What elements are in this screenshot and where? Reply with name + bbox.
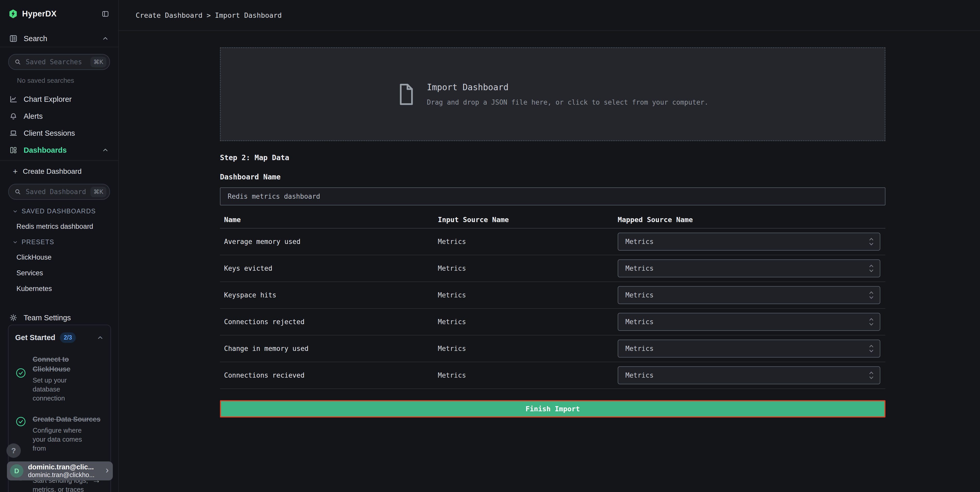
select-value: Metrics: [625, 291, 654, 299]
saved-searches-input[interactable]: [25, 58, 86, 66]
select-chevrons-icon: [869, 263, 874, 273]
saved-searches-input-wrap[interactable]: ⌘K: [8, 54, 110, 70]
select-chevrons-icon: [869, 344, 874, 353]
select-value: Metrics: [625, 318, 654, 326]
kbd-shortcut-badge: ⌘K: [91, 186, 107, 197]
saved-dashboards-group-toggle[interactable]: SAVED DASHBOARDS: [0, 200, 118, 215]
no-saved-searches-text: No saved searches: [0, 70, 118, 91]
bell-icon: [9, 112, 18, 120]
sidebar-item-chart-explorer[interactable]: Chart Explorer: [0, 91, 118, 108]
search-journal-icon: [9, 35, 18, 43]
dropzone-text: Import Dashboard Drag and drop a JSON fi…: [427, 82, 708, 106]
dashboards-subpanel: + Create Dashboard ⌘K SAVED DASHBOARDS R…: [0, 160, 118, 293]
help-button[interactable]: ?: [6, 443, 21, 458]
select-value: Metrics: [625, 238, 654, 245]
get-started-title: Get Started: [15, 333, 55, 342]
input-source-cell: Metrics: [438, 291, 618, 299]
mapped-source-cell: Metrics: [618, 339, 885, 358]
dropzone-subtitle: Drag and drop a JSON file here, or click…: [427, 99, 708, 106]
nav-label: Alerts: [24, 112, 43, 121]
input-source-cell: Metrics: [438, 238, 618, 245]
mapped-source-cell: Metrics: [618, 366, 885, 384]
breadcrumb-separator: >: [207, 11, 211, 19]
user-account-chip[interactable]: D dominic.tran@clic... dominic.tran@clic…: [7, 462, 113, 481]
saved-dashboards-input[interactable]: [25, 188, 86, 196]
sidebar-collapse-button[interactable]: [101, 10, 110, 18]
search-icon: [14, 188, 21, 195]
dashboard-name-input[interactable]: [220, 187, 885, 205]
file-icon: [397, 83, 415, 106]
logo-row: HyperDX: [0, 0, 118, 26]
get-started-item-data-sources[interactable]: Create Data Sources Configure where your…: [15, 415, 104, 453]
search-label: Search: [24, 35, 47, 43]
chevron-up-icon: [97, 334, 104, 341]
tile-name-cell: Connections rejected: [220, 318, 438, 326]
get-started-header[interactable]: Get Started 2/3: [15, 332, 104, 343]
user-text: dominic.tran@clic... dominic.tran@clickh…: [28, 463, 101, 479]
select-value: Metrics: [625, 371, 654, 379]
task-title: Connect to ClickHouse: [33, 355, 104, 374]
mapped-source-select[interactable]: Metrics: [618, 339, 880, 358]
json-file-dropzone[interactable]: Import Dashboard Drag and drop a JSON fi…: [220, 47, 885, 141]
create-dashboard-button[interactable]: + Create Dashboard: [0, 161, 118, 180]
input-source-cell: Metrics: [438, 345, 618, 352]
input-source-cell: Metrics: [438, 318, 618, 326]
mapped-source-select[interactable]: Metrics: [618, 232, 880, 251]
search-icon: [14, 59, 21, 65]
tile-name-cell: Average memory used: [220, 238, 438, 245]
mapped-source-select[interactable]: Metrics: [618, 366, 880, 384]
chevron-up-icon: [102, 35, 109, 42]
sidebar-item-alerts[interactable]: Alerts: [0, 108, 118, 125]
sidebar-item-redis-dashboard[interactable]: Redis metrics dashboard: [0, 215, 118, 231]
column-header-mapped-source: Mapped Source Name: [618, 216, 885, 224]
progress-badge: 2/3: [60, 332, 76, 343]
create-dashboard-label: Create Dashboard: [23, 167, 82, 175]
mapped-source-cell: Metrics: [618, 260, 885, 277]
table-row: Connections recieved Metrics Metrics: [220, 362, 885, 389]
table-row: Connections rejected Metrics Metrics: [220, 309, 885, 336]
breadcrumb: Create Dashboard > Import Dashboard: [119, 0, 980, 31]
task-desc: Set up your database connection: [33, 376, 93, 403]
sidebar-item-preset-kubernetes[interactable]: Kubernetes: [0, 277, 118, 293]
select-value: Metrics: [625, 264, 654, 272]
sidebar-item-client-sessions[interactable]: Client Sessions: [0, 125, 118, 142]
select-chevrons-icon: [869, 370, 874, 380]
sidebar-item-dashboards[interactable]: Dashboards: [0, 142, 118, 159]
user-display-name: dominic.tran@clic...: [28, 463, 101, 471]
input-source-cell: Metrics: [438, 371, 618, 379]
table-row: Average memory used Metrics Metrics: [220, 229, 885, 255]
select-value: Metrics: [625, 345, 654, 352]
mapped-source-cell: Metrics: [618, 313, 885, 331]
chevron-up-icon: [102, 146, 109, 154]
mapped-source-cell: Metrics: [618, 232, 885, 251]
chart-explorer-icon: [9, 95, 18, 103]
tile-name-cell: Change in memory used: [220, 345, 438, 352]
check-circle-icon: [15, 355, 27, 403]
laptop-icon: [9, 129, 18, 137]
get-started-item-body: Create Data Sources Configure where your…: [33, 415, 104, 453]
get-started-item-connect[interactable]: Connect to ClickHouse Set up your databa…: [15, 355, 104, 403]
breadcrumb-create-dashboard[interactable]: Create Dashboard: [136, 11, 202, 19]
avatar: D: [10, 464, 23, 478]
sidebar-item-team-settings[interactable]: Team Settings: [0, 309, 118, 326]
table-row: Change in memory used Metrics Metrics: [220, 336, 885, 362]
sidebar-item-search[interactable]: Search: [0, 30, 118, 47]
presets-group-toggle[interactable]: PRESETS: [0, 231, 118, 246]
mapped-source-select[interactable]: Metrics: [618, 286, 880, 304]
task-desc: Configure where your data comes from: [33, 426, 93, 453]
mapping-table-header: Name Input Source Name Mapped Source Nam…: [220, 211, 885, 229]
saved-dashboards-input-wrap[interactable]: ⌘K: [8, 184, 110, 200]
app-window: HyperDX Search ⌘K: [0, 0, 980, 492]
tile-name-cell: Keyspace hits: [220, 291, 438, 299]
nav-label: Dashboards: [24, 146, 67, 154]
finish-import-button[interactable]: Finish Import: [220, 400, 885, 417]
mapped-source-select[interactable]: Metrics: [618, 313, 880, 331]
sidebar-item-preset-services[interactable]: Services: [0, 261, 118, 277]
table-row: Keys evicted Metrics Metrics: [220, 255, 885, 282]
select-chevrons-icon: [869, 317, 874, 327]
chevron-down-icon: [12, 239, 18, 245]
mapped-source-select[interactable]: Metrics: [618, 260, 880, 277]
sidebar-item-preset-clickhouse[interactable]: ClickHouse: [0, 246, 118, 261]
mapping-table-body: Average memory used Metrics Metrics Keys…: [220, 229, 885, 389]
tile-name-cell: Keys evicted: [220, 264, 438, 272]
